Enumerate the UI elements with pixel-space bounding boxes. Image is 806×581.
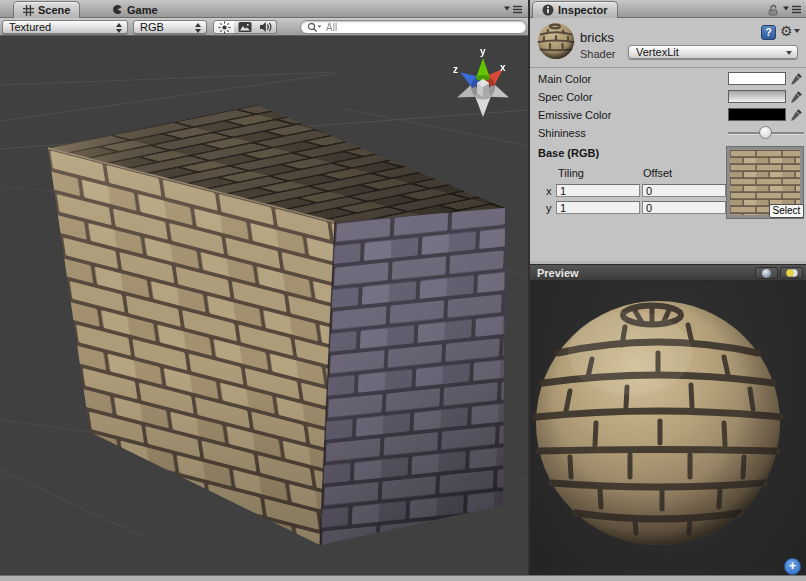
preview-title: Preview — [537, 267, 579, 279]
main-color-swatch[interactable] — [728, 72, 786, 85]
unity-editor-window: y x z Scene Game Te — [0, 0, 806, 581]
tab-game[interactable]: Game — [103, 1, 167, 18]
tiling-x-field[interactable] — [556, 184, 640, 197]
scene-tabbar: Scene Game — [0, 0, 528, 18]
search-input[interactable] — [324, 21, 498, 34]
scene-search-field[interactable] — [300, 20, 527, 34]
updown-arrows-icon — [195, 23, 202, 33]
shader-value: VertexLit — [636, 46, 679, 58]
sphere-icon — [761, 268, 772, 279]
axis-x-label: x — [546, 185, 552, 197]
eyedropper-icon[interactable] — [790, 90, 803, 103]
offset-x-field[interactable] — [642, 184, 726, 197]
scene-gizmo[interactable]: y x z — [453, 46, 512, 117]
preview-lighting-button[interactable] — [780, 267, 803, 279]
select-texture-button[interactable]: Select — [769, 204, 804, 218]
gear-icon[interactable]: ⚙ — [780, 23, 800, 39]
material-preview-sphere — [530, 281, 806, 575]
updown-arrows-icon — [116, 23, 123, 33]
skybox-toggle-button[interactable] — [234, 20, 256, 34]
axis-y-label: y — [546, 202, 552, 214]
shader-label: Shader — [580, 48, 615, 60]
preview-model-button[interactable] — [755, 267, 778, 279]
render-mode-value: Textured — [9, 21, 51, 33]
gizmo-axis-y[interactable] — [476, 58, 490, 81]
color-channel-dropdown[interactable]: RGB — [133, 20, 207, 34]
preview-header[interactable]: Preview — [530, 265, 806, 281]
emissive-color-label: Emissive Color — [538, 109, 611, 121]
eyedropper-icon[interactable] — [790, 108, 803, 121]
main-color-label: Main Color — [538, 73, 591, 85]
window-bottom-edge — [0, 575, 806, 581]
image-icon — [238, 21, 252, 33]
tiling-header: Tiling — [558, 167, 584, 179]
scene-grid-icon — [23, 5, 34, 16]
scene-panel-menu-icon[interactable] — [504, 5, 523, 14]
offset-y-field[interactable] — [642, 201, 726, 214]
add-button[interactable]: + — [784, 558, 801, 575]
sun-icon — [218, 21, 231, 34]
color-channel-value: RGB — [140, 21, 164, 33]
scene-viewport[interactable]: y x z — [0, 36, 528, 575]
base-texture-label: Base (RGB) — [538, 147, 599, 159]
gizmo-label-z: z — [453, 64, 458, 75]
eyedropper-icon[interactable] — [790, 72, 803, 85]
tab-game-label: Game — [127, 4, 158, 16]
help-icon[interactable]: ? — [761, 25, 776, 40]
gear-glyph: ⚙ — [780, 23, 793, 39]
tab-scene[interactable]: Scene — [13, 1, 80, 18]
tiling-y-field[interactable] — [556, 201, 640, 214]
inspector-info-icon — [542, 4, 554, 16]
spec-color-label: Spec Color — [538, 91, 592, 103]
material-preview-ball — [536, 21, 576, 61]
audio-toggle-button[interactable] — [255, 20, 277, 34]
inspector-panel-menu-icon[interactable] — [783, 5, 802, 14]
chevron-down-icon — [786, 51, 792, 55]
tab-inspector[interactable]: Inspector — [532, 1, 618, 18]
header-separator — [530, 67, 806, 68]
gizmo-label-y: y — [480, 46, 486, 57]
speaker-icon — [259, 21, 273, 33]
emissive-color-swatch[interactable] — [728, 108, 786, 121]
tab-inspector-label: Inspector — [558, 4, 608, 16]
game-icon — [112, 4, 123, 15]
material-name: bricks — [580, 30, 614, 45]
shader-dropdown[interactable]: VertexLit — [628, 45, 798, 59]
two-lights-icon — [785, 268, 799, 278]
inspector-tabbar: Inspector — [530, 0, 806, 18]
spec-color-swatch[interactable] — [728, 90, 786, 103]
shininess-slider-thumb[interactable] — [759, 126, 772, 139]
preview-area[interactable] — [530, 281, 806, 575]
tab-scene-label: Scene — [38, 4, 70, 16]
brick-cube[interactable] — [48, 105, 505, 545]
shininess-label: Shininess — [538, 127, 586, 139]
render-mode-dropdown[interactable]: Textured — [2, 20, 128, 34]
inspector-lock-icon[interactable] — [767, 4, 779, 16]
gizmo-label-x: x — [500, 62, 506, 73]
lighting-toggle-button[interactable] — [213, 20, 235, 34]
scene-toolbar: Textured RGB — [0, 18, 528, 36]
offset-header: Offset — [643, 167, 672, 179]
search-icon — [307, 22, 322, 33]
